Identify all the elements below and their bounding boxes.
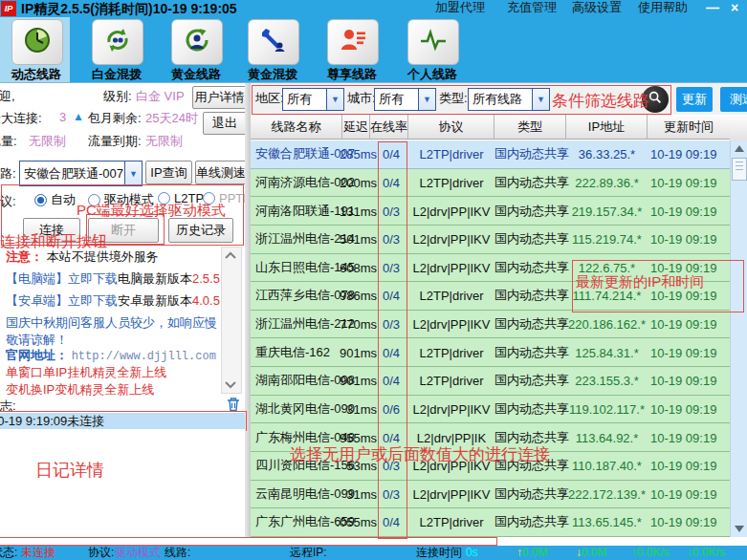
disconnect-button[interactable]: 断开 bbox=[88, 218, 159, 243]
cell-latency: 901ms bbox=[308, 374, 377, 388]
official-site-label: 官网地址： bbox=[6, 348, 68, 362]
city-filter-dropdown[interactable]: 所有▼ bbox=[374, 88, 436, 111]
table-row[interactable]: 四川资阳电信-156 53ms 0/3 L2|drv|PP|IKV 国内动态共享… bbox=[251, 452, 730, 481]
type-filter-dropdown[interactable]: 所有线路▼ bbox=[468, 88, 550, 111]
pc-download-link[interactable]: 【电脑端】立即下载 bbox=[6, 271, 118, 286]
table-row[interactable]: 广东梅州电信-048 955ms 0/4 L2|drv|PP|IK 国内动态共享… bbox=[251, 423, 730, 452]
chevron-down-icon[interactable]: ▼ bbox=[532, 89, 549, 110]
line-select-dropdown[interactable]: 安徽合肥联通-007 ▼ bbox=[19, 161, 143, 186]
cell-type: 国内动态共享 bbox=[494, 457, 566, 474]
toolbar-button-gold-lines[interactable]: 黄金线路 bbox=[165, 19, 227, 82]
table-row[interactable]: 安徽合肥联通-007 285ms 0/4 L2TP|driver 国内动态共享 … bbox=[251, 140, 730, 169]
header-type[interactable]: 类型 bbox=[494, 115, 566, 140]
platinum-mix-icon bbox=[103, 26, 132, 58]
toolbar-button-premium-lines[interactable]: 尊享线路 bbox=[321, 19, 383, 82]
protocol-radio-l2tp[interactable]: L2TP bbox=[158, 191, 204, 205]
line-table-body: 安徽合肥联通-007 285ms 0/4 L2TP|driver 国内动态共享 … bbox=[251, 140, 730, 537]
history-button[interactable]: 历史记录 bbox=[168, 218, 233, 243]
android-download-link[interactable]: 【安卓端】立即下载 bbox=[6, 293, 118, 308]
chevron-down-icon[interactable]: ▼ bbox=[124, 162, 142, 185]
scrollbar-thumb[interactable] bbox=[732, 158, 747, 181]
protocol-radio-auto[interactable]: 自动 bbox=[34, 191, 76, 208]
menu-item-advanced-settings[interactable]: 高级设置 bbox=[572, 0, 622, 17]
header-line-name[interactable]: 线路名称 bbox=[251, 115, 342, 140]
toolbar-button-gold-mix[interactable]: 黄金混拨 bbox=[242, 19, 303, 82]
ip-query-button[interactable]: IP查询 bbox=[145, 161, 192, 184]
radio-icon bbox=[34, 194, 47, 206]
official-site-link[interactable]: http://www.djjlll.com bbox=[72, 350, 216, 363]
chevron-down-icon[interactable]: ▼ bbox=[418, 89, 435, 110]
cell-type: 国内动态共享 bbox=[494, 287, 566, 304]
table-scrollbar[interactable] bbox=[730, 140, 747, 537]
title-bar: IP IP精灵2.5.5(消耗时间)10-19 9:19:05 加盟代理 充值管… bbox=[0, 0, 747, 17]
cell-update-time: 10-19 09:19 bbox=[650, 486, 716, 501]
notice-scrollbar[interactable] bbox=[221, 247, 242, 394]
cell-update-time: 10-19 09:19 bbox=[650, 175, 716, 189]
cell-protocol: L2|drv|PP|IKV bbox=[408, 317, 494, 332]
table-row[interactable]: 浙江温州电信-214 501ms 0/3 L2|drv|PP|IKV 国内动态共… bbox=[251, 226, 730, 254]
single-line-speedtest-button[interactable]: 单线测速 bbox=[195, 161, 247, 184]
table-row[interactable]: 山东日照电信-145 608ms 0/3 L2|drv|PP|IKV 国内动态共… bbox=[251, 254, 730, 283]
table-row[interactable]: 重庆电信-162 901ms 0/4 L2TP|driver 国内动态共享 12… bbox=[251, 338, 730, 367]
trash-icon[interactable] bbox=[226, 397, 241, 412]
header-ip[interactable]: IP地址 bbox=[566, 115, 648, 140]
up-arrow-icon[interactable]: ▲ bbox=[73, 110, 84, 123]
annotation-log-box-bottom bbox=[0, 537, 497, 546]
protocol-radio-driver[interactable]: 驱动模式 bbox=[88, 191, 154, 208]
status-remote-ip-label: 远程IP: bbox=[290, 546, 327, 560]
log-entry[interactable]: 10-19 9:19:09未连接 bbox=[0, 413, 245, 429]
promo-link-change-machine[interactable]: 变机换IP变机精灵全新上线 bbox=[6, 381, 154, 396]
table-row[interactable]: 广东广州电信-659 .055ms 0/4 L2TP|driver 国内动态共享… bbox=[251, 508, 730, 537]
header-latency[interactable]: 延迟 bbox=[342, 115, 370, 140]
cell-type: 国内动态共享 bbox=[494, 174, 566, 191]
update-button[interactable]: 更新 bbox=[676, 87, 713, 112]
connect-button[interactable]: 连接 bbox=[23, 218, 80, 243]
promo-link-single-window[interactable]: 单窗口单IP挂机精灵全新上线 bbox=[6, 364, 166, 381]
chevron-down-icon[interactable]: ▼ bbox=[326, 89, 343, 110]
speedtest-all-button[interactable]: 测速 bbox=[720, 87, 747, 112]
menu-item-agent[interactable]: 加盟代理 bbox=[435, 0, 485, 17]
user-detail-button[interactable]: 用户详情 bbox=[192, 86, 247, 109]
region-filter-label: 地区: bbox=[255, 90, 284, 107]
cell-latency: 131ms bbox=[308, 204, 377, 218]
scroll-up-icon[interactable] bbox=[224, 249, 237, 263]
toolbar-button-platinum-mix[interactable]: 白金混拨 bbox=[86, 19, 147, 82]
menu-item-help[interactable]: 使用帮助 bbox=[638, 0, 688, 17]
cell-type: 国内动态共享 bbox=[494, 315, 566, 333]
cell-protocol: L2TP|driver bbox=[408, 374, 494, 388]
table-row[interactable]: 河南洛阳联通-191 131ms 0/3 L2|drv|PP|IKV 国内动态共… bbox=[251, 197, 730, 226]
app-logo-icon: IP bbox=[1, 1, 16, 16]
cell-latency: 200ms bbox=[308, 175, 377, 189]
menu-item-recharge[interactable]: 充值管理 bbox=[507, 0, 557, 17]
toolbar-button-personal-lines[interactable]: 个人线路 bbox=[402, 19, 463, 82]
logout-button[interactable]: 退出 bbox=[203, 112, 247, 135]
scroll-up-icon[interactable] bbox=[735, 145, 744, 152]
cell-type: 国内动态共享 bbox=[494, 429, 566, 446]
close-button[interactable]: × bbox=[731, 0, 738, 17]
table-row[interactable]: 河南济源电信-002 200ms 0/4 L2TP|driver 国内动态共享 … bbox=[251, 169, 730, 198]
table-row[interactable]: 湖北黄冈电信-090 31ms 0/6 L2|drv|PP|IKV 国内动态共享… bbox=[251, 396, 730, 424]
header-update-time[interactable]: 更新时间 bbox=[648, 115, 730, 140]
region-filter-dropdown[interactable]: 所有▼ bbox=[282, 88, 344, 111]
table-row[interactable]: 湖南邵阳电信-008 901ms 0/4 L2TP|driver 国内动态共享 … bbox=[251, 367, 730, 396]
line-select-value: 安徽合肥联通-007 bbox=[20, 165, 124, 183]
minimize-button[interactable]: — bbox=[706, 0, 719, 17]
toolbar-button-dynamic-lines[interactable]: 动态线路 bbox=[6, 19, 67, 82]
header-protocol[interactable]: 协议 bbox=[408, 115, 494, 140]
table-row[interactable]: 云南昆明电信-099 31ms 0/3 L2|drv|PP|IKV 国内动态共享… bbox=[251, 481, 730, 509]
traffic-expire-label: 流量到期: bbox=[88, 133, 142, 150]
monthly-remaining-label: 包月剩余: bbox=[88, 110, 142, 127]
scroll-down-icon[interactable] bbox=[735, 526, 744, 532]
table-row[interactable]: 江西萍乡电信-078 986ms 0/4 L2TP|driver 国内动态共享 … bbox=[251, 282, 730, 311]
cell-protocol: L2|drv|PP|IKV bbox=[408, 260, 494, 274]
header-online-rate[interactable]: 在线率 bbox=[370, 115, 408, 140]
cell-online-rate: 0/3 bbox=[383, 317, 400, 332]
app-window: IP IP精灵2.5.5(消耗时间)10-19 9:19:05 加盟代理 充值管… bbox=[0, 0, 747, 560]
notice-warning-text: 本站不提供境外服务 bbox=[47, 249, 159, 264]
status-time-label: 连接时间 bbox=[416, 546, 462, 560]
scroll-down-icon[interactable] bbox=[224, 377, 237, 391]
table-row[interactable]: 浙江温州电信-212 770ms 0/3 L2|drv|PP|IKV 国内动态共… bbox=[251, 311, 730, 339]
search-button[interactable] bbox=[642, 86, 669, 113]
cell-protocol: L2|drv|PP|IKV bbox=[408, 204, 494, 218]
cell-protocol: L2|drv|PP|IKV bbox=[408, 486, 494, 501]
